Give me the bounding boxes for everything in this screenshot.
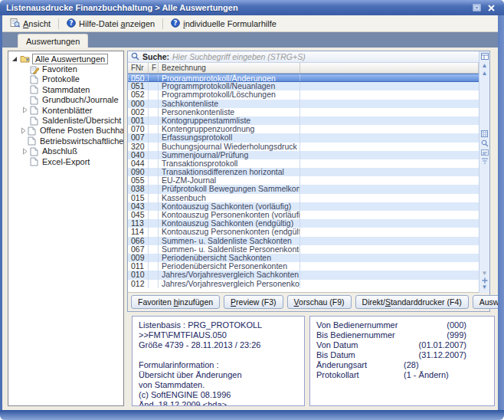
action-button-label: Vorschau (F9) [294, 297, 345, 307]
filter-sm-icon[interactable] [481, 149, 489, 156]
table-row[interactable]: 052 Programmprotokoll/Löschungen [128, 90, 479, 99]
tree-item-betriebswirtschaftliche-auswertungen[interactable]: Betriebswirtschaftliche Auswertungen [8, 136, 123, 146]
table-row[interactable]: 051 Programmprotokoll/Neuanlagen [128, 82, 479, 90]
tree-collapsed-icon[interactable] [21, 158, 28, 165]
tree-collapsed-icon[interactable] [21, 97, 28, 103]
row-fnr: 051 [128, 82, 149, 90]
scroll-down-icon[interactable]: ▼ [482, 270, 488, 277]
row-fnr: 040 [128, 151, 149, 159]
search-label: Suche: [142, 52, 169, 61]
table-row[interactable]: 044 Transaktionsprotokoll [128, 159, 479, 168]
toolbar-button[interactable]: ? Hilfe-Datei anzeigen [62, 17, 159, 31]
table-row[interactable]: 015 Kassenbuch [128, 194, 479, 202]
table-row[interactable]: 066 Summen- u. Saldenliste Sachkonten [128, 237, 479, 245]
row-fnr: 050 [128, 74, 149, 81]
search-input[interactable]: Hier Suchbegriff eingeben (STRG+S) [172, 52, 306, 61]
table-row[interactable]: 009 Periodenübersicht Sachkonten [128, 254, 479, 262]
tree-item-grundbuch-journale[interactable]: Grundbuch/Journale [8, 95, 123, 105]
insert-icon[interactable] [482, 277, 488, 284]
parameter-label: Bis Bedienernummer [316, 330, 404, 340]
row-bezeichnung: Summen- u. Saldenliste Sachkonten [159, 237, 300, 245]
table-row[interactable]: 040 Summenjournal/Prüfung [128, 151, 479, 159]
table-row[interactable]: 002 Personenkontenliste [128, 108, 479, 116]
info-line: (c) SoftENGINE 08.1996 [139, 390, 304, 400]
search-bar[interactable]: Suche: Hier Suchbegriff eingeben (STRG+S… [128, 51, 479, 63]
tree-item-label: Stammdaten [42, 85, 90, 94]
row-flag [149, 159, 159, 168]
tree-collapsed-icon[interactable] [21, 76, 28, 83]
tree-item-abschlu-[interactable]: Abschluß [8, 146, 123, 156]
tree-collapsed-icon[interactable] [21, 86, 28, 93]
table-row[interactable]: 055 EU-ZM-Journal [128, 176, 479, 185]
action-button-preview-f3-[interactable]: Preview (F3) [224, 295, 283, 309]
column-header-bezeichnung[interactable]: Bezeichnung [159, 63, 300, 73]
row-flag [149, 133, 159, 142]
row-empty-cell [300, 237, 479, 245]
table-row[interactable]: 012 Jahres/Vorjahresvergleich Personenko… [128, 280, 479, 288]
scroll-top-icon[interactable]: ▲ [482, 62, 488, 70]
row-flag [149, 219, 159, 228]
parameter-row: Von Bedienernummer(000) [316, 320, 494, 330]
table-row[interactable]: 043 Kontoauszug Sachkonten (vorläufig) [128, 202, 479, 211]
close-button[interactable] [486, 3, 496, 12]
tree-item-excel-export[interactable]: Excel-Export [8, 156, 123, 166]
tree-item-offene-posten-buchhaltung[interactable]: Offene Posten Buchhaltung [8, 126, 123, 136]
scroll-end-icon[interactable]: ▼ [482, 284, 488, 291]
row-empty-cell [300, 254, 479, 262]
sort-icon[interactable] [481, 158, 489, 164]
table-row[interactable]: 320 Buchungsjournal Wiederholungsdruck [128, 143, 479, 151]
column-chooser-icon[interactable] [481, 53, 489, 60]
tree-item-kontenbl-tter[interactable]: Kontenblätter [8, 105, 123, 115]
table-row[interactable]: 070 Kontengruppenzuordnung [128, 125, 479, 133]
tree-collapsed-icon[interactable] [21, 127, 26, 134]
action-button-favoriten-hinzuf-gen[interactable]: Favoriten hinzufügen [131, 295, 220, 309]
tree-collapsed-icon[interactable] [21, 137, 26, 144]
toolbar-button[interactable]: ? individuelle Formularhilfe [166, 17, 281, 31]
table-row[interactable]: 001 Kontogruppenstammliste [128, 116, 479, 125]
row-bezeichnung: Periodenübersicht Sachkonten [159, 254, 300, 262]
tree-item-protokolle[interactable]: Protokolle [8, 74, 123, 84]
table-row[interactable]: 114 Kontoauszug Personenkonten (endgülti… [128, 228, 479, 236]
table-row[interactable]: 007 Erfassungsprotokoll [128, 133, 479, 142]
row-bezeichnung: Programmprotokoll/Neuanlagen [159, 82, 300, 90]
tree-collapsed-icon[interactable] [21, 148, 28, 155]
parameter-value: (28) [404, 360, 494, 370]
toolbar-button[interactable]: ? Ansicht [5, 17, 55, 31]
tree-item-label: Offene Posten Buchhaltung [40, 126, 124, 135]
help-icon: ? [171, 18, 180, 29]
parameter-value: (01.01.2007) [404, 340, 494, 350]
tree-item-favoriten[interactable]: Favoriten [8, 64, 123, 74]
restore-button[interactable] [472, 3, 482, 12]
table-row[interactable]: 010 Jahres/Vorjahresvergleich Sachkonten [128, 271, 479, 279]
column-header-f[interactable]: F [149, 63, 159, 73]
row-bezeichnung: Summenjournal/Prüfung [159, 151, 300, 159]
row-flag [149, 237, 159, 245]
tab-auswertungen[interactable]: Auswertungen [18, 34, 88, 48]
tree-collapsed-icon[interactable] [21, 117, 28, 124]
table-row[interactable]: 050 Programmprotokoll/Änderungen [128, 74, 479, 82]
tree-root-alle-auswertungen[interactable]: Alle Auswertungen [8, 54, 123, 64]
tree-item-saldenliste-bersicht[interactable]: Saldenliste/Übersicht [8, 115, 123, 125]
row-fnr: 113 [128, 219, 149, 228]
table-row[interactable]: 090 Transaktionsdifferenzen horizontal [128, 168, 479, 176]
tree-collapsed-icon[interactable] [21, 107, 28, 113]
table-row[interactable]: 113 Kontoauszug Sachkonten (endgültig) [128, 219, 479, 228]
tree-item-stammdaten[interactable]: Stammdaten [8, 84, 123, 94]
table-row[interactable]: 067 Summen- u. Saldenliste Personenkonte… [128, 245, 479, 254]
row-fnr: 320 [128, 143, 149, 151]
scroll-up-icon[interactable]: ▲ [482, 70, 488, 77]
table-row[interactable]: 038 Prüfprotokoll Bewegungen Sammelkonte… [128, 185, 479, 193]
table-row[interactable]: 011 Periodenübersicht Personenkonten [128, 262, 479, 271]
action-button-vorschau-f9-[interactable]: Vorschau (F9) [287, 295, 352, 309]
tree-expanded-icon[interactable] [11, 56, 18, 62]
tree-collapsed-icon[interactable] [21, 66, 28, 73]
column-header-fnr[interactable]: FNr [128, 63, 149, 73]
window-border-right[interactable] [498, 15, 504, 410]
zoom-search-icon[interactable] [481, 139, 489, 147]
report-list-block: Suche: Hier Suchbegriff eingeben (STRG+S… [127, 51, 490, 312]
parameter-row: Änderungsart(28) [316, 360, 494, 370]
table-row[interactable]: 000 Sachkontenliste [128, 100, 479, 108]
grid-view-icon[interactable] [481, 130, 488, 137]
action-button-direkt-standarddrucker-f4-[interactable]: Direkt/Standarddrucker (F4) [355, 295, 469, 309]
table-row[interactable]: 045 Kontoauszug Personenkonten (vorläufi… [128, 211, 479, 219]
